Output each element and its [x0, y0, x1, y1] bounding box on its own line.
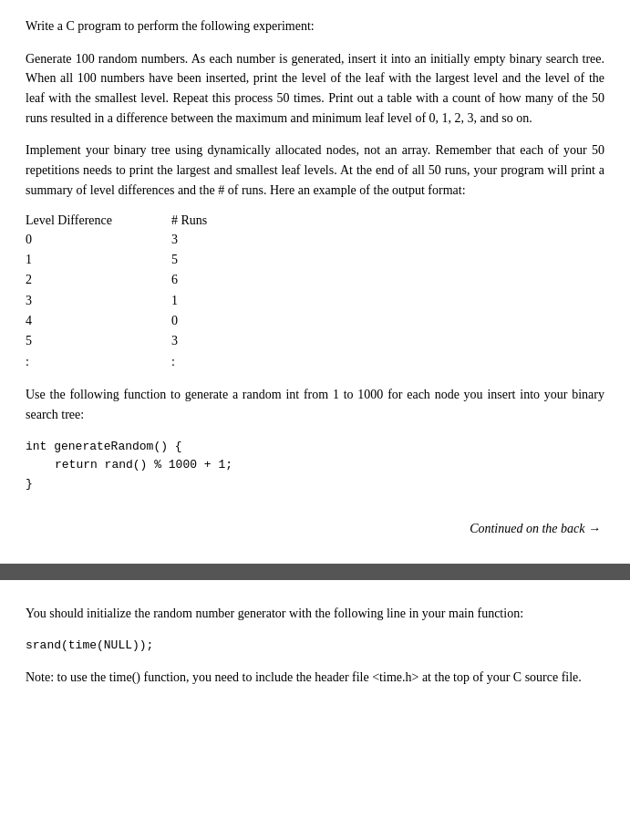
table-row: 26 — [26, 270, 604, 290]
level-difference-table: Level Difference # Runs 031526314053:: — [26, 213, 604, 373]
table-row: 53 — [26, 331, 604, 351]
table-cell-col1: 4 — [26, 311, 171, 331]
table-row: 31 — [26, 291, 604, 311]
srand-code-line: srand(time(NULL)); — [26, 637, 604, 656]
table-cell-col1: : — [26, 352, 171, 372]
use-function-paragraph: Use the following function to generate a… — [26, 385, 604, 424]
table-cell-col2: 0 — [171, 311, 281, 331]
bottom-paragraph1: You should initialize the random number … — [26, 604, 604, 624]
paragraph2: Implement your binary tree using dynamic… — [26, 140, 604, 200]
table-row: :: — [26, 352, 604, 372]
col1-header: Level Difference — [26, 213, 171, 228]
continued-text: Continued on the back → — [26, 522, 604, 536]
table-cell-col1: 3 — [26, 291, 171, 311]
table-cell-col1: 2 — [26, 270, 171, 290]
intro-paragraph: Write a C program to perform the followi… — [26, 16, 604, 36]
divider-bar — [0, 564, 630, 580]
table-row: 40 — [26, 311, 604, 331]
table-cell-col2: : — [171, 352, 281, 372]
code-block: int generateRandom() { return rand() % 1… — [26, 438, 604, 494]
code-line-3: } — [26, 475, 604, 494]
bottom-page: You should initialize the random number … — [0, 580, 630, 706]
table-cell-col1: 0 — [26, 230, 171, 250]
top-page: Write a C program to perform the followi… — [0, 0, 630, 564]
col2-header: # Runs — [171, 213, 281, 228]
table-cell-col2: 5 — [171, 250, 281, 270]
bottom-code-block: srand(time(NULL)); — [26, 637, 604, 656]
note-paragraph: Note: to use the time() function, you ne… — [26, 668, 604, 688]
paragraph1: Generate 100 random numbers. As each num… — [26, 49, 604, 129]
table-rows: 031526314053:: — [26, 230, 604, 373]
table-row: 15 — [26, 250, 604, 270]
code-line-2: return rand() % 1000 + 1; — [26, 456, 604, 475]
code-line-1: int generateRandom() { — [26, 438, 604, 457]
table-cell-col2: 3 — [171, 331, 281, 351]
table-cell-col2: 3 — [171, 230, 281, 250]
table-header-row: Level Difference # Runs — [26, 213, 604, 228]
table-cell-col2: 6 — [171, 270, 281, 290]
table-cell-col1: 1 — [26, 250, 171, 270]
table-cell-col2: 1 — [171, 291, 281, 311]
table-row: 03 — [26, 230, 604, 250]
table-cell-col1: 5 — [26, 331, 171, 351]
